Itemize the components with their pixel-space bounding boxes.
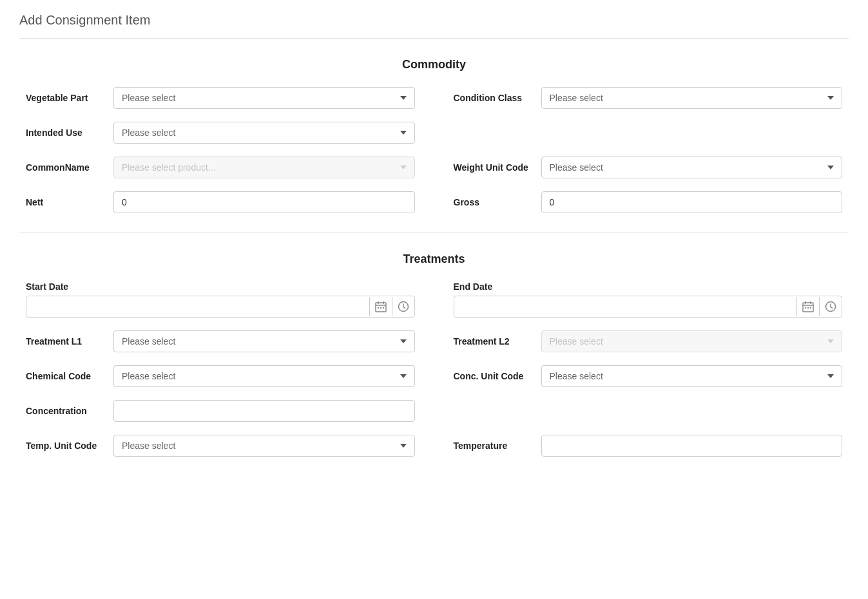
nett-field: Nett <box>26 191 415 213</box>
concentration-label: Concentration <box>26 406 103 416</box>
end-date-calendar-button[interactable] <box>796 297 819 316</box>
end-date-clock-button[interactable] <box>819 297 842 316</box>
commodity-section-title: Commodity <box>19 58 849 71</box>
empty-cell-1 <box>454 122 843 144</box>
chemical-code-label: Chemical Code <box>26 371 103 381</box>
temperature-input[interactable] <box>541 435 843 457</box>
temperature-field: Temperature <box>454 435 843 457</box>
condition-class-select[interactable]: Please select <box>541 87 843 109</box>
weight-unit-code-field: Weight Unit Code Please select <box>454 157 843 178</box>
treatment-l2-field: Treatment L2 Please select <box>454 330 843 352</box>
condition-class-label: Condition Class <box>454 93 531 103</box>
svg-rect-4 <box>378 307 379 309</box>
commodity-section: Commodity Vegetable Part Please select C… <box>19 58 849 213</box>
svg-rect-14 <box>805 307 806 309</box>
common-name-select[interactable]: Please select product... <box>113 157 415 178</box>
clock-icon-end <box>825 301 836 312</box>
gross-input[interactable] <box>541 191 843 213</box>
start-date-clock-button[interactable] <box>392 297 414 316</box>
temp-unit-code-field: Temp. Unit Code Please select <box>26 435 415 457</box>
conc-unit-code-field: Conc. Unit Code Please select <box>454 365 843 387</box>
section-divider <box>19 233 849 233</box>
end-date-label: End Date <box>454 281 843 292</box>
vegetable-part-field: Vegetable Part Please select <box>26 87 415 109</box>
end-date-field: End Date <box>454 281 843 318</box>
svg-rect-6 <box>383 307 384 309</box>
chemical-code-field: Chemical Code Please select <box>26 365 415 387</box>
nett-input[interactable] <box>113 191 415 213</box>
start-date-label: Start Date <box>26 281 415 292</box>
svg-rect-5 <box>380 307 381 309</box>
treatment-l1-label: Treatment L1 <box>26 336 103 347</box>
svg-rect-16 <box>810 307 811 309</box>
intended-use-select[interactable]: Please select <box>113 122 415 144</box>
start-date-input[interactable] <box>26 296 369 317</box>
start-date-wrapper <box>26 296 415 318</box>
date-row: Start Date <box>19 281 849 318</box>
empty-cell-2 <box>454 400 843 422</box>
temp-unit-code-label: Temp. Unit Code <box>26 441 103 451</box>
weight-unit-code-label: Weight Unit Code <box>454 162 531 173</box>
vegetable-part-select[interactable]: Please select <box>113 87 415 109</box>
conc-unit-code-label: Conc. Unit Code <box>454 371 531 381</box>
common-name-field: CommonName Please select product... <box>26 157 415 178</box>
treatments-form-grid: Treatment L1 Please select Treatment L2 … <box>19 330 849 457</box>
start-date-field: Start Date <box>26 281 415 318</box>
svg-line-19 <box>831 307 833 309</box>
intended-use-label: Intended Use <box>26 128 103 138</box>
condition-class-field: Condition Class Please select <box>454 87 843 109</box>
treatment-l2-select[interactable]: Please select <box>541 330 843 352</box>
nett-label: Nett <box>26 197 103 207</box>
weight-unit-code-select[interactable]: Please select <box>541 157 843 178</box>
concentration-field: Concentration <box>26 400 415 422</box>
vegetable-part-label: Vegetable Part <box>26 93 103 103</box>
calendar-icon <box>375 301 387 312</box>
temperature-label: Temperature <box>454 441 531 451</box>
treatments-section: Treatments Start Date <box>19 252 849 457</box>
clock-icon <box>398 301 409 312</box>
treatment-l1-select[interactable]: Please select <box>113 330 415 352</box>
chemical-code-select[interactable]: Please select <box>113 365 415 387</box>
start-date-calendar-button[interactable] <box>369 297 392 316</box>
common-name-label: CommonName <box>26 162 103 173</box>
intended-use-field: Intended Use Please select <box>26 122 415 144</box>
treatment-l1-field: Treatment L1 Please select <box>26 330 415 352</box>
temp-unit-code-select[interactable]: Please select <box>113 435 415 457</box>
concentration-input[interactable] <box>113 400 415 422</box>
svg-rect-15 <box>807 307 809 309</box>
title-divider <box>19 38 849 39</box>
page-title: Add Consignment Item <box>19 13 849 28</box>
svg-line-9 <box>403 307 405 309</box>
commodity-form-grid: Vegetable Part Please select Condition C… <box>19 87 849 213</box>
end-date-input[interactable] <box>454 296 797 317</box>
gross-label: Gross <box>454 197 531 207</box>
treatment-l2-label: Treatment L2 <box>454 336 531 347</box>
end-date-wrapper <box>454 296 843 318</box>
conc-unit-code-select[interactable]: Please select <box>541 365 843 387</box>
gross-field: Gross <box>454 191 843 213</box>
treatments-section-title: Treatments <box>19 252 849 266</box>
calendar-icon-end <box>802 301 814 312</box>
